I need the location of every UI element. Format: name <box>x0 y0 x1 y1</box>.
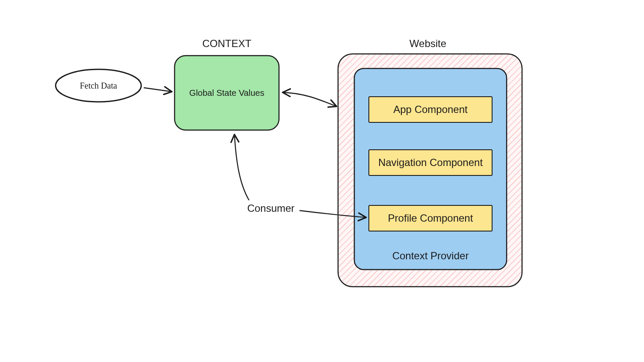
navigation-component-label: Navigation Component <box>378 157 483 168</box>
website-title: Website <box>410 38 446 49</box>
context-provider-label: Context Provider <box>392 250 469 261</box>
context-box-label: Global State Values <box>189 88 264 98</box>
arrow-fetch-to-context <box>144 88 171 92</box>
fetch-data-label: Fetch Data <box>80 81 117 90</box>
diagram-canvas: CONTEXT Global State Values Fetch Data W… <box>0 0 644 362</box>
context-title: CONTEXT <box>202 38 252 49</box>
profile-component-label: Profile Component <box>388 212 473 224</box>
arrow-context-website <box>283 92 336 106</box>
arrow-consumer-to-context <box>234 135 249 200</box>
consumer-label: Consumer <box>247 202 295 214</box>
app-component-label: App Component <box>393 104 468 115</box>
